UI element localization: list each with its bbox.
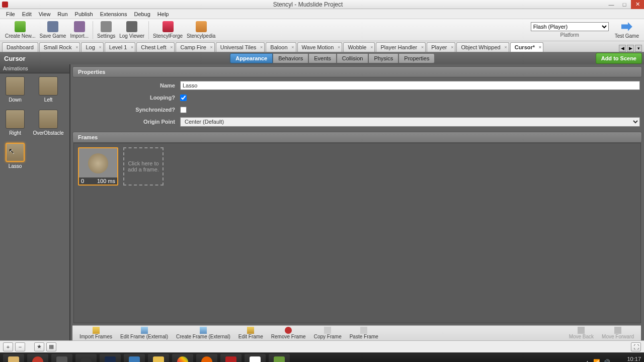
save-game-button[interactable]: Save Game: [38, 20, 68, 40]
create-frame-external-button[interactable]: Create Frame (External): [172, 327, 234, 339]
create-new-button[interactable]: Create New...: [3, 20, 38, 40]
frame-0[interactable]: 0100 ms: [78, 147, 118, 186]
subtab-collision[interactable]: Collision: [337, 53, 369, 63]
tray-flag-icon[interactable]: ▲: [585, 359, 590, 362]
menu-extensions[interactable]: Extensions: [97, 10, 130, 18]
move-forward-button[interactable]: Move Forward: [598, 327, 638, 339]
move-back-button[interactable]: Move Back: [565, 327, 598, 339]
menu-debug[interactable]: Debug: [131, 10, 153, 18]
tab-level1[interactable]: Level 1×: [105, 42, 135, 52]
add-frame-slot[interactable]: Click here to add a frame.: [123, 147, 164, 186]
close-icon[interactable]: ×: [291, 45, 294, 50]
menu-file[interactable]: File: [3, 10, 18, 18]
paste-frame-button[interactable]: Paste Frame: [346, 327, 382, 339]
name-input[interactable]: [180, 81, 640, 90]
tab-chest-left[interactable]: Chest Left×: [136, 42, 175, 52]
taskbar-item[interactable]: [75, 354, 97, 362]
star-icon[interactable]: ★: [34, 342, 44, 351]
tab-dashboard[interactable]: Dashboard: [2, 42, 38, 52]
add-button[interactable]: +: [3, 342, 13, 351]
tab-camp-fire[interactable]: Camp Fire×: [176, 42, 214, 52]
settings-button[interactable]: Settings: [95, 20, 117, 40]
tray-network-icon[interactable]: 📶: [593, 359, 600, 363]
animation-down[interactable]: Down: [3, 76, 27, 103]
tab-small-rock[interactable]: Small Rock×: [39, 42, 80, 52]
subtab-physics[interactable]: Physics: [368, 53, 398, 63]
platform-select[interactable]: Flash (Player): [531, 22, 609, 31]
expand-icon[interactable]: ⛶: [631, 342, 641, 351]
tab-player-handler[interactable]: Player Handler×: [376, 42, 426, 52]
menu-publish[interactable]: Publish: [72, 10, 96, 18]
menu-help[interactable]: Help: [154, 10, 172, 18]
taskbar-item[interactable]: [51, 354, 72, 362]
close-button[interactable]: ✕: [631, 0, 644, 9]
grid-icon[interactable]: ▦: [46, 342, 56, 351]
tab-baloon[interactable]: Baloon×: [266, 42, 296, 52]
close-icon[interactable]: ×: [421, 45, 424, 50]
edit-frame-external-button[interactable]: Edit Frame (External): [116, 327, 172, 339]
taskbar-item[interactable]: [3, 354, 24, 362]
cursor-icon: ↖: [9, 147, 15, 155]
taskbar-item[interactable]: [148, 354, 169, 362]
remove-button[interactable]: −: [15, 342, 25, 351]
import-frames-button[interactable]: Import Frames: [75, 327, 116, 339]
taskbar-item[interactable]: [124, 354, 145, 362]
edit-frame-button[interactable]: Edit Frame: [234, 327, 267, 339]
tab-cursor[interactable]: Cursor*×: [510, 42, 543, 52]
animation-right[interactable]: Right: [3, 110, 27, 136]
taskbar-item[interactable]: [100, 354, 121, 362]
taskbar-item[interactable]: [172, 354, 193, 362]
close-icon[interactable]: ×: [451, 45, 453, 50]
animation-overobstacle[interactable]: OverObstacle: [36, 110, 60, 136]
tab-universal-tiles[interactable]: Universal Tiles×: [216, 42, 265, 52]
maximize-button[interactable]: □: [618, 0, 631, 9]
test-game-button[interactable]: Test Game: [613, 20, 641, 40]
add-to-scene-button[interactable]: Add to Scene: [596, 53, 642, 64]
subtab-behaviors[interactable]: Behaviors: [273, 53, 308, 63]
synchronized-checkbox[interactable]: [180, 107, 187, 113]
subtab-properties[interactable]: Properties: [398, 53, 435, 63]
taskbar-item[interactable]: [269, 354, 290, 362]
close-icon[interactable]: ×: [170, 45, 173, 50]
close-icon[interactable]: ×: [504, 45, 507, 50]
tray-volume-icon[interactable]: 🔊: [603, 359, 610, 363]
menu-view[interactable]: View: [36, 10, 54, 18]
taskbar-item[interactable]: [196, 354, 217, 362]
stencylpedia-button[interactable]: Stencylpedia: [185, 20, 217, 40]
close-icon[interactable]: ×: [539, 45, 541, 50]
looping-checkbox[interactable]: [180, 95, 187, 101]
close-icon[interactable]: ×: [131, 45, 133, 50]
taskbar-item[interactable]: [220, 354, 242, 362]
import-button[interactable]: Import...: [68, 20, 91, 40]
tab-list-icon[interactable]: ▾: [635, 45, 642, 52]
close-icon[interactable]: ×: [99, 45, 102, 50]
animation-left[interactable]: Left: [36, 76, 60, 103]
tab-player[interactable]: Player×: [427, 42, 455, 52]
menu-run[interactable]: Run: [54, 10, 70, 18]
close-icon[interactable]: ×: [338, 45, 340, 50]
stencylforge-button[interactable]: StencylForge: [151, 20, 185, 40]
taskbar-item[interactable]: [245, 354, 266, 362]
copy-frame-button[interactable]: Copy Frame: [310, 327, 346, 339]
minimize-button[interactable]: —: [605, 0, 618, 9]
taskbar-item[interactable]: [27, 354, 48, 362]
tab-log[interactable]: Log×: [81, 42, 103, 52]
tab-wobble[interactable]: Wobble×: [343, 42, 375, 52]
close-icon[interactable]: ×: [210, 45, 213, 50]
close-icon[interactable]: ×: [370, 45, 373, 50]
origin-select[interactable]: Center (Default): [180, 117, 640, 127]
log-viewer-button[interactable]: Log Viewer: [117, 20, 146, 40]
close-icon[interactable]: ×: [75, 45, 78, 50]
remove-frame-button[interactable]: Remove Frame: [267, 327, 310, 339]
animation-lasso[interactable]: ↖Lasso: [3, 143, 27, 169]
close-icon[interactable]: ×: [260, 45, 263, 50]
tab-wave-motion[interactable]: Wave Motion×: [297, 42, 343, 52]
tray-clock[interactable]: 10:17 16/07/2014: [613, 356, 641, 362]
tab-next-icon[interactable]: ▶: [627, 45, 634, 52]
menu-edit[interactable]: Edit: [19, 10, 35, 18]
subtab-events[interactable]: Events: [308, 53, 337, 63]
document-tabs: Dashboard Small Rock× Log× Level 1× Ches…: [0, 41, 644, 52]
tab-object-whipped[interactable]: Object Whipped×: [456, 42, 509, 52]
subtab-appearance[interactable]: Appearance: [230, 53, 273, 63]
tab-prev-icon[interactable]: ◀: [619, 45, 626, 52]
